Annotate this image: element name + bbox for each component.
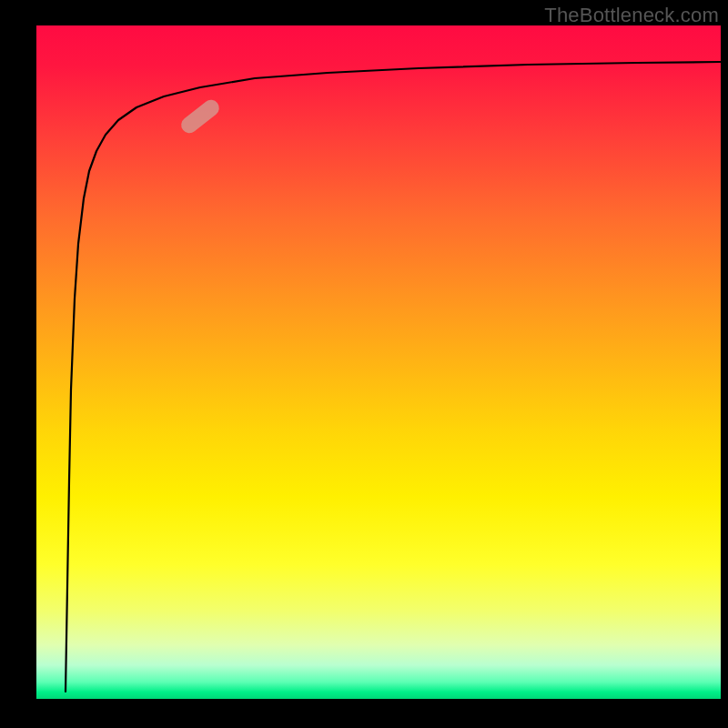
chart-curve-layer [36,25,721,699]
watermark-text: TheBottleneck.com [544,4,719,27]
chart-marker [178,96,223,136]
chart-curve-path [66,62,721,692]
chart-plot-area [36,25,721,699]
